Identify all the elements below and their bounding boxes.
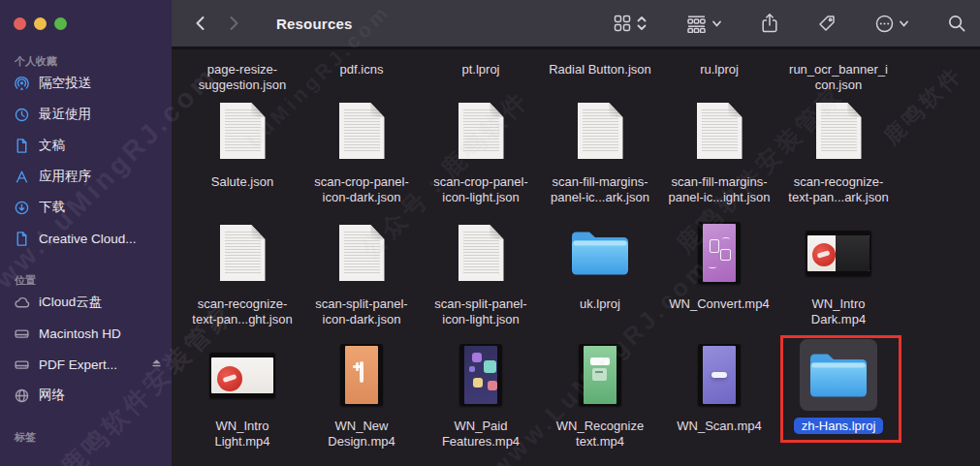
chevron-left-icon [191,14,210,33]
file-item[interactable]: page-resize- suggestion.json [183,54,301,93]
forward-button[interactable] [224,14,243,33]
globe-icon [13,387,30,404]
icon-box [442,95,520,167]
file-item[interactable]: scan-recognize- text-pan...ght.json [183,227,301,327]
file-item[interactable]: Salute.json [183,105,301,190]
video-thumbnail [459,344,502,406]
share-icon [760,13,779,34]
group-view-icon [685,14,708,33]
sidebar-item[interactable]: 下载 [0,192,172,223]
icon-box [442,217,520,289]
file-item[interactable]: pt.lproj [422,54,540,78]
search-button[interactable] [947,14,966,33]
close-window-button[interactable] [14,17,26,30]
file-label: WN_Intro Light.mp4 [183,419,301,450]
file-label: WN_Scan.mp4 [660,419,778,434]
sidebar-item-label: PDF Expert... [39,357,145,372]
file-item[interactable]: WN_Paid Features.mp4 [422,349,540,450]
group-by-button[interactable] [685,14,722,33]
sidebar-item[interactable]: PDF Expert... [0,349,172,380]
file-label: ru.lproj [660,62,778,78]
icon-box [800,95,877,167]
file-item[interactable]: ru.lproj [660,54,778,78]
file-item[interactable]: scan-fill-margins- panel-ic...ark.json [541,105,659,205]
sidebar-item[interactable]: 隔空投送 [0,68,172,99]
airdrop-icon [13,75,30,92]
sidebar: 个人收藏隔空投送最近使用文稿应用程序下载Creative Cloud...位置i… [0,0,172,466]
sidebar-item[interactable]: 文稿 [0,130,172,161]
file-item[interactable]: scan-split-panel- icon-dark.json [302,227,421,327]
sidebar-item[interactable]: Creative Cloud... [0,223,172,254]
sidebar-item-label: 网络 [39,387,164,404]
document-icon [339,225,385,281]
sidebar-item-label: 最近使用 [39,106,164,123]
file-icon-area [660,349,778,411]
finder-window: 个人收藏隔空投送最近使用文稿应用程序下载Creative Cloud...位置i… [0,0,980,466]
file-item[interactable]: WN_Intro Light.mp4 [183,349,301,450]
sidebar-item-label: iCloud云盘 [39,294,164,311]
file-item[interactable]: scan-split-panel- icon-light.json [422,227,540,327]
icon-box [680,339,758,411]
back-button[interactable] [191,14,210,33]
file-item[interactable]: WN_Scan.mp4 [660,349,778,434]
icon-box [323,95,400,167]
sidebar-item[interactable]: 应用程序 [0,161,172,192]
file-label: WN_Intro Dark.mp4 [779,296,898,327]
sidebar-item-label: 应用程序 [39,168,164,185]
file-label: scan-fill-margins- panel-ic...ight.json [660,174,778,205]
file-icon-area [779,105,898,167]
zoom-window-button[interactable] [54,17,67,30]
sidebar-item[interactable]: Macintosh HD [0,318,172,349]
tag-icon [817,14,837,33]
file-item[interactable]: WN_Convert.mp4 [660,227,778,312]
document-icon [578,103,623,159]
file-item[interactable]: WN_Recognize text.mp4 [541,349,659,450]
more-options-button[interactable] [874,14,909,34]
hdd-icon [13,356,30,373]
sidebar-item-label: 文稿 [39,137,164,154]
file-icon-area [541,227,659,289]
file-item[interactable]: scan-recognize- text-pan...ark.json [779,105,898,205]
file-label: scan-fill-margins- panel-ic...ark.json [541,174,659,205]
file-label: scan-recognize- text-pan...ght.json [183,296,301,327]
file-item[interactable]: scan-fill-margins- panel-ic...ight.json [660,105,778,205]
file-item[interactable]: WN_Intro Dark.mp4 [779,227,898,327]
document-icon [220,103,266,159]
sidebar-item[interactable]: 最近使用 [0,99,172,130]
window-title: Resources [276,16,353,32]
file-icon-area [541,349,659,411]
clock-icon [13,106,30,123]
file-item[interactable]: run_ocr_banner_i con.json [779,54,898,93]
hdd-icon [13,325,30,342]
chevron-down-icon [899,18,909,29]
share-button[interactable] [760,13,779,34]
annotation-box [780,335,901,443]
icon-box [323,217,400,289]
sidebar-section-header: 标签 [0,424,172,444]
file-label: page-resize- suggestion.json [183,62,301,93]
file-item[interactable]: uk.lproj [541,227,659,312]
file-icon-area [183,227,301,289]
icon-box [561,217,639,289]
file-item[interactable]: pdf.icns [302,54,421,78]
video-thumbnail [209,353,275,398]
file-icon-area [302,105,421,167]
sidebar-item-label: 下载 [39,199,164,216]
file-label: Salute.json [183,174,301,190]
minimize-window-button[interactable] [34,17,47,30]
file-icon-area [541,105,659,167]
eject-icon[interactable] [149,356,164,373]
sidebar-item[interactable]: 网络 [0,380,172,411]
icon-box [561,95,639,167]
file-label: run_ocr_banner_i con.json [779,62,898,93]
tag-button[interactable] [817,14,837,33]
docfile-icon [13,137,30,154]
file-item[interactable]: scan-crop-panel- icon-light.json [422,105,540,205]
file-item[interactable]: WN_New Design.mp4 [302,349,421,450]
toolbar: Resources [172,0,980,49]
file-item[interactable]: Radial Button.json [541,54,659,78]
sidebar-item[interactable]: iCloud云盘 [0,287,172,318]
view-switcher-button[interactable] [613,14,648,33]
file-icon-area [779,227,898,289]
file-item[interactable]: scan-crop-panel- icon-dark.json [302,105,421,205]
